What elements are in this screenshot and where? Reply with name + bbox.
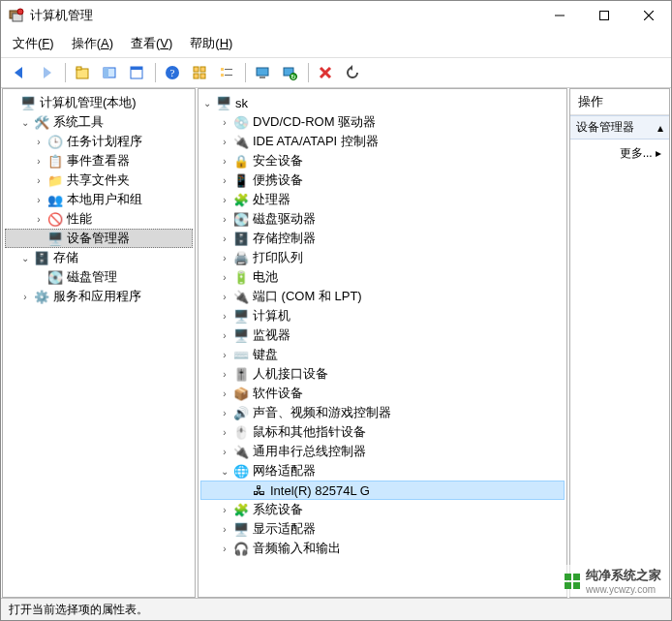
expand-icon[interactable]: › [218, 367, 231, 381]
actions-section-device-manager[interactable]: 设备管理器 ▴ [570, 115, 669, 140]
scan-hardware-icon[interactable]: ↻ [277, 61, 302, 84]
expand-icon[interactable]: › [218, 154, 231, 168]
collapse-icon[interactable]: ⌄ [18, 251, 32, 264]
delete-icon[interactable] [313, 61, 338, 84]
expand-icon[interactable]: › [218, 503, 231, 516]
cpu-icon: 🧩 [233, 192, 249, 207]
expand-icon[interactable]: › [218, 173, 231, 187]
expand-icon[interactable]: › [218, 115, 231, 129]
device-item[interactable]: ›📱便携设备 [200, 171, 565, 190]
device-item[interactable]: ›⌨️键盘 [200, 345, 565, 364]
expand-icon[interactable]: › [32, 193, 46, 206]
tree-item-system-tools[interactable]: ⌄ 🛠️ 系统工具 [5, 112, 193, 132]
device-item[interactable]: ›🗄️存储控制器 [200, 229, 565, 248]
computer-icon[interactable] [250, 61, 275, 84]
device-item-network[interactable]: ⌄🌐网络适配器 [200, 461, 565, 481]
expand-icon[interactable]: › [218, 387, 231, 400]
device-item[interactable]: ›🔌IDE ATA/ATAPI 控制器 [200, 132, 565, 151]
device-item-nic-intel[interactable]: ▸🖧Intel(R) 82574L G [200, 481, 565, 500]
menu-view[interactable]: 查看(V) [129, 33, 174, 54]
expand-icon[interactable]: › [218, 193, 231, 206]
device-item[interactable]: ›💿DVD/CD-ROM 驱动器 [200, 112, 565, 132]
help-icon[interactable]: ? [160, 61, 185, 84]
tree-item-event-viewer[interactable]: › 📋 事件查看器 [5, 151, 193, 171]
expand-icon[interactable]: › [32, 173, 46, 187]
tree-item-storage[interactable]: ⌄ 🗄️ 存储 [5, 248, 193, 267]
window-title: 计算机管理 [30, 7, 93, 24]
device-item[interactable]: ›🔌端口 (COM 和 LPT) [200, 287, 565, 306]
device-item[interactable]: ›🧩系统设备 [200, 500, 565, 519]
expand-icon[interactable]: › [32, 212, 46, 226]
device-item[interactable]: ›🔒安全设备 [200, 151, 565, 171]
expand-icon[interactable]: › [218, 232, 231, 245]
close-button[interactable] [626, 1, 671, 30]
menu-help[interactable]: 帮助(H) [188, 33, 234, 54]
device-item[interactable]: ›🔋电池 [200, 267, 565, 287]
chevron-right-icon: ▸ [656, 146, 661, 160]
maximize-button[interactable] [582, 1, 626, 30]
display-icon: 🖥️ [233, 521, 249, 537]
tree-item-task-scheduler[interactable]: › 🕒 任务计划程序 [5, 132, 193, 151]
computer-icon: 🖥️ [216, 95, 231, 110]
device-root[interactable]: ⌄🖥️sk [200, 93, 565, 112]
expand-icon[interactable]: › [218, 309, 231, 323]
device-item[interactable]: ›🎧音频输入和输出 [200, 539, 565, 558]
menu-file[interactable]: 文件(F) [11, 33, 56, 54]
toolbar: ? ↻ [1, 58, 671, 88]
expand-icon[interactable]: › [218, 212, 231, 226]
tree-item-shared-folders[interactable]: › 📁 共享文件夹 [5, 171, 193, 190]
expand-icon[interactable]: › [218, 135, 231, 148]
expand-icon[interactable]: › [218, 328, 231, 342]
properties-icon[interactable] [124, 61, 149, 84]
svg-rect-23 [221, 74, 224, 77]
device-tree[interactable]: ⌄🖥️sk ›💿DVD/CD-ROM 驱动器 ›🔌IDE ATA/ATAPI 控… [199, 89, 566, 562]
panel-icon[interactable] [97, 61, 122, 84]
collapse-icon[interactable]: ⌄ [218, 464, 231, 478]
device-item[interactable]: ›🖥️监视器 [200, 326, 565, 345]
svg-rect-22 [225, 69, 232, 70]
tree-item-performance[interactable]: › 🚫 性能 [5, 209, 193, 229]
expand-icon[interactable]: › [218, 425, 231, 439]
portable-icon: 📱 [233, 172, 249, 188]
system-icon: 🧩 [233, 502, 249, 517]
minimize-button[interactable] [537, 1, 582, 30]
refresh-icon[interactable] [340, 61, 365, 84]
device-item[interactable]: ›🖨️打印队列 [200, 248, 565, 267]
left-tree[interactable]: ▸ 🖥️ 计算机管理(本地) ⌄ 🛠️ 系统工具 › 🕒 任务计划程序 › 📋 [3, 89, 195, 310]
expand-icon[interactable]: › [218, 406, 231, 419]
device-item[interactable]: ›🔊声音、视频和游戏控制器 [200, 403, 565, 422]
tree-item-services-apps[interactable]: › ⚙️ 服务和应用程序 [5, 287, 193, 306]
list-icon[interactable] [214, 61, 239, 84]
expand-icon[interactable]: › [218, 290, 231, 303]
up-icon[interactable] [70, 61, 95, 84]
expand-icon[interactable]: › [218, 251, 231, 264]
device-item[interactable]: ›🔌通用串行总线控制器 [200, 442, 565, 461]
expand-icon[interactable]: › [218, 348, 231, 361]
forward-icon[interactable] [34, 61, 59, 84]
device-item[interactable]: ›🎚️人机接口设备 [200, 364, 565, 384]
device-item[interactable]: ›💽磁盘驱动器 [200, 209, 565, 229]
collapse-icon[interactable]: ⌄ [200, 96, 214, 109]
expand-icon[interactable]: › [218, 270, 231, 284]
audio-io-icon: 🎧 [233, 541, 249, 556]
expand-icon[interactable]: › [218, 445, 231, 458]
device-item[interactable]: ›🖥️显示适配器 [200, 519, 565, 539]
tree-item-disk-management[interactable]: ▸ 💽 磁盘管理 [5, 267, 193, 287]
tree-item-root[interactable]: ▸ 🖥️ 计算机管理(本地) [5, 93, 193, 112]
device-item[interactable]: ›🧩处理器 [200, 190, 565, 209]
collapse-icon[interactable]: ⌄ [18, 115, 32, 129]
menu-action[interactable]: 操作(A) [70, 33, 115, 54]
tree-item-local-users[interactable]: › 👥 本地用户和组 [5, 190, 193, 209]
back-icon[interactable] [7, 61, 32, 84]
expand-icon[interactable]: › [18, 290, 32, 303]
tiles-icon[interactable] [187, 61, 212, 84]
device-item[interactable]: ›🖥️计算机 [200, 306, 565, 326]
expand-icon[interactable]: › [32, 154, 46, 168]
expand-icon[interactable]: › [218, 522, 231, 536]
device-item[interactable]: ›📦软件设备 [200, 384, 565, 403]
expand-icon[interactable]: › [218, 542, 231, 555]
tree-item-device-manager[interactable]: ▸ 🖥️ 设备管理器 [5, 229, 193, 248]
device-item[interactable]: ›🖱️鼠标和其他指针设备 [200, 422, 565, 442]
actions-more[interactable]: 更多... ▸ [570, 140, 669, 168]
expand-icon[interactable]: › [32, 135, 46, 148]
